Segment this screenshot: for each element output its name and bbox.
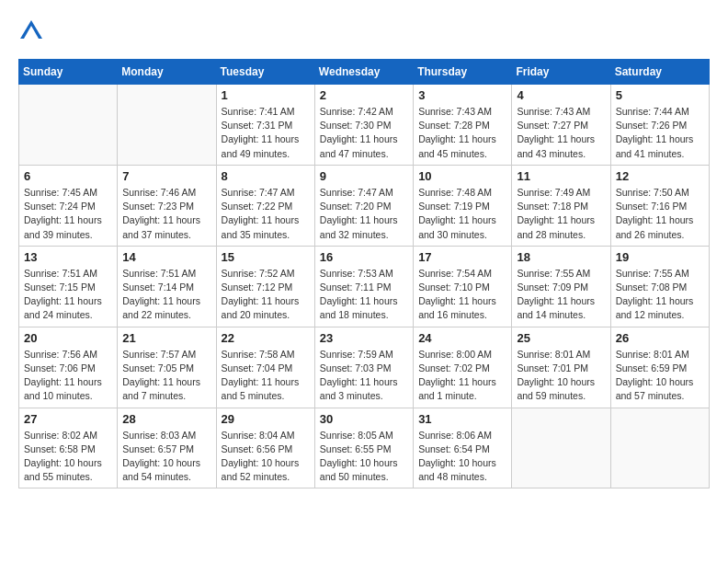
calendar-day-cell: 21Sunrise: 7:57 AMSunset: 7:05 PMDayligh… [118,327,216,408]
calendar-day-cell: 18Sunrise: 7:55 AMSunset: 7:09 PMDayligh… [512,246,610,327]
day-info: Sunrise: 7:55 AMSunset: 7:08 PMDaylight:… [616,267,704,323]
day-number: 11 [517,169,605,183]
calendar-day-cell [19,85,118,166]
calendar-day-cell: 29Sunrise: 8:04 AMSunset: 6:56 PMDayligh… [216,408,314,488]
day-number: 22 [222,331,310,345]
day-of-week-header: Wednesday [314,60,413,85]
calendar-day-cell [610,408,709,488]
calendar-week-row: 27Sunrise: 8:02 AMSunset: 6:58 PMDayligh… [19,408,710,488]
day-info: Sunrise: 7:44 AMSunset: 7:26 PMDaylight:… [616,105,704,161]
day-info: Sunrise: 8:02 AMSunset: 6:58 PMDaylight:… [24,429,112,485]
day-info: Sunrise: 8:06 AMSunset: 6:54 PMDaylight:… [418,429,506,485]
day-info: Sunrise: 7:57 AMSunset: 7:05 PMDaylight:… [122,348,210,404]
day-number: 16 [320,250,408,264]
calendar-day-cell: 24Sunrise: 8:00 AMSunset: 7:02 PMDayligh… [414,327,512,408]
calendar-day-cell: 14Sunrise: 7:51 AMSunset: 7:14 PMDayligh… [118,246,216,327]
calendar-day-cell: 1Sunrise: 7:41 AMSunset: 7:31 PMDaylight… [216,85,314,166]
calendar-day-cell: 13Sunrise: 7:51 AMSunset: 7:15 PMDayligh… [19,246,118,327]
day-number: 21 [122,331,210,345]
day-number: 6 [24,169,112,183]
calendar-week-row: 13Sunrise: 7:51 AMSunset: 7:15 PMDayligh… [19,246,710,327]
calendar-week-row: 6Sunrise: 7:45 AMSunset: 7:24 PMDaylight… [19,165,710,246]
logo-icon [18,18,44,44]
calendar-day-cell: 11Sunrise: 7:49 AMSunset: 7:18 PMDayligh… [512,165,610,246]
day-number: 2 [320,88,408,102]
day-number: 13 [24,250,112,264]
calendar-day-cell: 12Sunrise: 7:50 AMSunset: 7:16 PMDayligh… [610,165,709,246]
day-info: Sunrise: 8:03 AMSunset: 6:57 PMDaylight:… [122,429,210,485]
day-number: 24 [418,331,506,345]
day-number: 27 [24,412,112,426]
day-info: Sunrise: 7:41 AMSunset: 7:31 PMDaylight:… [222,105,310,161]
day-info: Sunrise: 8:01 AMSunset: 6:59 PMDaylight:… [616,348,704,404]
calendar-day-cell: 16Sunrise: 7:53 AMSunset: 7:11 PMDayligh… [314,246,413,327]
day-of-week-header: Monday [118,60,216,85]
day-info: Sunrise: 7:59 AMSunset: 7:03 PMDaylight:… [320,348,408,404]
day-info: Sunrise: 7:53 AMSunset: 7:11 PMDaylight:… [320,267,408,323]
day-info: Sunrise: 7:43 AMSunset: 7:28 PMDaylight:… [418,105,506,161]
day-info: Sunrise: 8:05 AMSunset: 6:55 PMDaylight:… [320,429,408,485]
calendar-week-row: 20Sunrise: 7:56 AMSunset: 7:06 PMDayligh… [19,327,710,408]
day-number: 17 [418,250,506,264]
day-number: 28 [122,412,210,426]
day-info: Sunrise: 7:58 AMSunset: 7:04 PMDaylight:… [222,348,310,404]
calendar-day-cell [512,408,610,488]
calendar-day-cell: 23Sunrise: 7:59 AMSunset: 7:03 PMDayligh… [314,327,413,408]
day-info: Sunrise: 7:43 AMSunset: 7:27 PMDaylight:… [517,105,605,161]
day-info: Sunrise: 7:49 AMSunset: 7:18 PMDaylight:… [517,186,605,242]
day-of-week-header: Friday [512,60,610,85]
day-number: 1 [222,88,310,102]
day-info: Sunrise: 8:01 AMSunset: 7:01 PMDaylight:… [517,348,605,404]
day-info: Sunrise: 7:46 AMSunset: 7:23 PMDaylight:… [122,186,210,242]
day-info: Sunrise: 7:54 AMSunset: 7:10 PMDaylight:… [418,267,506,323]
day-info: Sunrise: 7:55 AMSunset: 7:09 PMDaylight:… [517,267,605,323]
day-number: 8 [222,169,310,183]
calendar-day-cell: 3Sunrise: 7:43 AMSunset: 7:28 PMDaylight… [414,85,512,166]
calendar-day-cell: 8Sunrise: 7:47 AMSunset: 7:22 PMDaylight… [216,165,314,246]
day-number: 26 [616,331,704,345]
calendar-day-cell: 10Sunrise: 7:48 AMSunset: 7:19 PMDayligh… [414,165,512,246]
day-number: 30 [320,412,408,426]
calendar-day-cell: 22Sunrise: 7:58 AMSunset: 7:04 PMDayligh… [216,327,314,408]
calendar-day-cell: 20Sunrise: 7:56 AMSunset: 7:06 PMDayligh… [19,327,118,408]
day-number: 12 [616,169,704,183]
day-number: 25 [517,331,605,345]
day-info: Sunrise: 7:56 AMSunset: 7:06 PMDaylight:… [24,348,112,404]
calendar-day-cell: 17Sunrise: 7:54 AMSunset: 7:10 PMDayligh… [414,246,512,327]
calendar-header-row: SundayMondayTuesdayWednesdayThursdayFrid… [19,60,710,85]
calendar-week-row: 1Sunrise: 7:41 AMSunset: 7:31 PMDaylight… [19,85,710,166]
calendar-day-cell: 7Sunrise: 7:46 AMSunset: 7:23 PMDaylight… [118,165,216,246]
calendar-day-cell: 26Sunrise: 8:01 AMSunset: 6:59 PMDayligh… [610,327,709,408]
calendar-day-cell: 6Sunrise: 7:45 AMSunset: 7:24 PMDaylight… [19,165,118,246]
day-of-week-header: Thursday [414,60,512,85]
day-number: 31 [418,412,506,426]
day-of-week-header: Saturday [610,60,709,85]
day-info: Sunrise: 7:52 AMSunset: 7:12 PMDaylight:… [222,267,310,323]
day-of-week-header: Sunday [19,60,118,85]
day-info: Sunrise: 7:48 AMSunset: 7:19 PMDaylight:… [418,186,506,242]
calendar-day-cell: 9Sunrise: 7:47 AMSunset: 7:20 PMDaylight… [314,165,413,246]
day-number: 4 [517,88,605,102]
calendar-day-cell: 15Sunrise: 7:52 AMSunset: 7:12 PMDayligh… [216,246,314,327]
day-info: Sunrise: 8:00 AMSunset: 7:02 PMDaylight:… [418,348,506,404]
calendar-day-cell: 28Sunrise: 8:03 AMSunset: 6:57 PMDayligh… [118,408,216,488]
day-info: Sunrise: 7:51 AMSunset: 7:15 PMDaylight:… [24,267,112,323]
day-info: Sunrise: 7:50 AMSunset: 7:16 PMDaylight:… [616,186,704,242]
calendar-day-cell: 25Sunrise: 8:01 AMSunset: 7:01 PMDayligh… [512,327,610,408]
day-info: Sunrise: 7:45 AMSunset: 7:24 PMDaylight:… [24,186,112,242]
logo [18,18,48,44]
day-number: 20 [24,331,112,345]
day-number: 3 [418,88,506,102]
calendar-day-cell: 31Sunrise: 8:06 AMSunset: 6:54 PMDayligh… [414,408,512,488]
day-number: 23 [320,331,408,345]
day-info: Sunrise: 7:51 AMSunset: 7:14 PMDaylight:… [122,267,210,323]
page-header [18,18,710,44]
day-number: 5 [616,88,704,102]
day-of-week-header: Tuesday [216,60,314,85]
calendar-day-cell: 19Sunrise: 7:55 AMSunset: 7:08 PMDayligh… [610,246,709,327]
day-info: Sunrise: 7:47 AMSunset: 7:22 PMDaylight:… [222,186,310,242]
day-info: Sunrise: 8:04 AMSunset: 6:56 PMDaylight:… [222,429,310,485]
day-number: 15 [222,250,310,264]
day-info: Sunrise: 7:42 AMSunset: 7:30 PMDaylight:… [320,105,408,161]
day-number: 7 [122,169,210,183]
